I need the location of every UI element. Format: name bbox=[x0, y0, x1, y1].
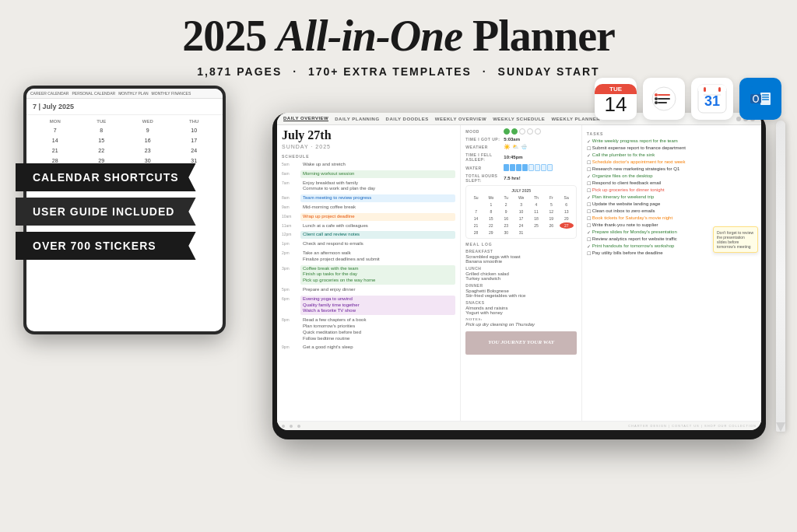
mood-dot-4 bbox=[527, 128, 533, 135]
cal-cell: 14 bbox=[33, 136, 78, 145]
cal-cell: 15 bbox=[79, 136, 125, 145]
lunch-items: Grilled chicken saladTurkey sandwich bbox=[465, 271, 577, 281]
nav-weekly-planner[interactable]: WEEKLY PLANNER bbox=[551, 117, 600, 121]
time-9pm: 9pm bbox=[282, 344, 297, 349]
time-9am: 9am bbox=[282, 204, 297, 209]
mc-15: 14 bbox=[469, 215, 483, 222]
mood-dots bbox=[504, 128, 541, 135]
planner-day: SUNDAY · 2025 bbox=[282, 144, 455, 149]
sched-yoga: Evening yoga to unwindQuality family tim… bbox=[300, 296, 455, 315]
google-cal-svg: 31 bbox=[697, 84, 727, 114]
nav-daily-overview[interactable]: DAILY OVERVIEW bbox=[283, 116, 328, 121]
svg-rect-1 bbox=[658, 94, 670, 96]
nav-daily-doodles[interactable]: DAILY DOODLES bbox=[386, 117, 429, 121]
task-1-text: Write weekly progress report for the tea… bbox=[592, 138, 678, 143]
mood-label: MOOD bbox=[465, 129, 500, 134]
time-5am: 5am bbox=[282, 161, 297, 166]
svg-point-6 bbox=[655, 101, 658, 104]
content-columns: July 27th SUNDAY · 2025 SCHEDULE 5am Wak… bbox=[277, 125, 761, 421]
time-8pm: 8pm bbox=[282, 317, 297, 322]
nav-monthly: MONTHLY PLAN bbox=[118, 91, 148, 96]
sched-lunch-cafe: Lunch at a cafe with colleagues bbox=[300, 222, 455, 230]
schedule-column: July 27th SUNDAY · 2025 SCHEDULE 5am Wak… bbox=[277, 125, 461, 421]
subtitle: 1,871 PAGES · 170+ EXTRA TEMPLATES · SUN… bbox=[182, 65, 615, 78]
small-tablet-cal: MON TUE WED THU 7 8 9 10 14 15 16 bbox=[26, 115, 223, 169]
middle-column: MOOD TIME I GOT UP: bbox=[461, 125, 582, 421]
time-3pm: 3pm bbox=[282, 265, 297, 271]
svg-text:31: 31 bbox=[704, 93, 720, 109]
cal-cell: 21 bbox=[33, 146, 78, 155]
title-prefix: 2025 bbox=[182, 12, 276, 60]
badge-calendar-shortcuts-text: CALENDAR SHORTCUTS bbox=[33, 171, 179, 184]
mc-17: 16 bbox=[499, 215, 513, 222]
time-12pm: 12pm bbox=[282, 231, 297, 236]
badge-calendar-shortcuts: CALENDAR SHORTCUTS bbox=[16, 163, 196, 191]
mc-4: 3 bbox=[514, 201, 528, 208]
time-6pm: 6pm bbox=[282, 296, 297, 301]
time-10am: 10am bbox=[282, 213, 297, 219]
task-11: ☐ Clean out inbox to zero emails bbox=[587, 208, 757, 214]
apple-calendar-icon: TUE 14 bbox=[595, 78, 637, 120]
cal-cell: 10 bbox=[172, 126, 217, 135]
notes-value: Pick up dry cleaning on Thursday bbox=[465, 322, 577, 327]
mc-th: Th bbox=[529, 194, 543, 201]
mc-sa: Sa bbox=[560, 194, 574, 201]
water-cup-1 bbox=[504, 164, 509, 171]
task-11-text: Clean out inbox to zero emails bbox=[592, 208, 655, 213]
nav-personal: PERSONAL CALENDAR bbox=[72, 91, 115, 96]
water-cups bbox=[504, 164, 553, 171]
nav-weekly-overview[interactable]: WEEKLY OVERVIEW bbox=[435, 117, 486, 121]
mc-13: 12 bbox=[544, 208, 558, 215]
mc-30: 29 bbox=[484, 229, 498, 236]
mc-fr: Fr bbox=[544, 194, 558, 201]
mc-22: 21 bbox=[469, 222, 483, 229]
water-cup-3 bbox=[516, 164, 521, 171]
header: 2025 All-in-One Planner 1,871 PAGES · 17… bbox=[182, 0, 615, 78]
cal-cell: 16 bbox=[125, 136, 170, 145]
rain-icon: 🌧️ bbox=[521, 144, 528, 150]
mood-dot-2 bbox=[511, 128, 518, 135]
mc-mo: Mo bbox=[484, 194, 498, 201]
title-suffix: Planner bbox=[462, 12, 615, 60]
nav-weekly-schedule[interactable]: WEEKLY SCHEDULE bbox=[493, 117, 545, 121]
svg-rect-2 bbox=[658, 98, 670, 100]
sched-meeting: Team meeting to review progress bbox=[300, 194, 455, 202]
sched-walk: Take an afternoon walkFinalize project d… bbox=[300, 250, 455, 264]
svg-rect-18 bbox=[762, 99, 769, 100]
bottom-toolbar: CHARTER DESIGN | CONTACT US | SHOP OUR C… bbox=[277, 421, 761, 430]
big-tablet-screen: DAILY OVERVIEW DAILY PLANNING DAILY DOOD… bbox=[277, 113, 761, 430]
cal-cell: 17 bbox=[172, 136, 217, 145]
day-tue: TUE bbox=[79, 119, 125, 124]
water-cup-7 bbox=[541, 164, 546, 171]
sched-deadline: Wrap up project deadline bbox=[300, 213, 455, 221]
check-icon-9: ✓ bbox=[587, 194, 591, 200]
cal-cells: 7 8 9 10 14 15 16 17 21 22 23 24 bbox=[33, 126, 216, 165]
weather-label: WEATHER bbox=[465, 145, 500, 149]
task-7-text: Respond to client feedback email bbox=[592, 180, 661, 185]
outlook-icon bbox=[739, 78, 781, 120]
nav-daily-planning[interactable]: DAILY PLANNING bbox=[335, 117, 379, 121]
mc-31: 30 bbox=[499, 229, 513, 236]
mc-23: 22 bbox=[484, 222, 498, 229]
main-title: 2025 All-in-One Planner bbox=[182, 14, 615, 58]
motivational-sticky: YOU JOURNEY YOUR WAY bbox=[465, 331, 577, 355]
dot-1: · bbox=[293, 65, 297, 78]
sched-coffee: Mid-morning coffee break bbox=[300, 204, 455, 212]
reminder-note-text: Don't forget to review the presentation … bbox=[717, 230, 753, 249]
water-cup-5 bbox=[528, 164, 534, 171]
mc-24: 23 bbox=[499, 222, 513, 229]
mc-20: 19 bbox=[544, 215, 558, 222]
day-wed: WED bbox=[125, 119, 170, 124]
time-6am: 6am bbox=[282, 170, 297, 176]
task-8-text: Pick up groceries for dinner tonight bbox=[592, 187, 665, 192]
schedule-row-9am: 9am Mid-morning coffee break bbox=[282, 204, 455, 212]
task-10: ☐ Update the website landing page bbox=[587, 201, 757, 207]
svg-rect-17 bbox=[762, 96, 769, 98]
time-1pm: 1pm bbox=[282, 240, 297, 246]
svg-point-4 bbox=[655, 93, 658, 96]
app-icons: TUE 14 bbox=[595, 78, 781, 120]
water-label: WATER bbox=[465, 166, 500, 170]
time-8am: 8am bbox=[282, 194, 297, 200]
svg-rect-9 bbox=[698, 88, 726, 91]
schedule-row-8am: 8am Team meeting to review progress bbox=[282, 194, 455, 202]
